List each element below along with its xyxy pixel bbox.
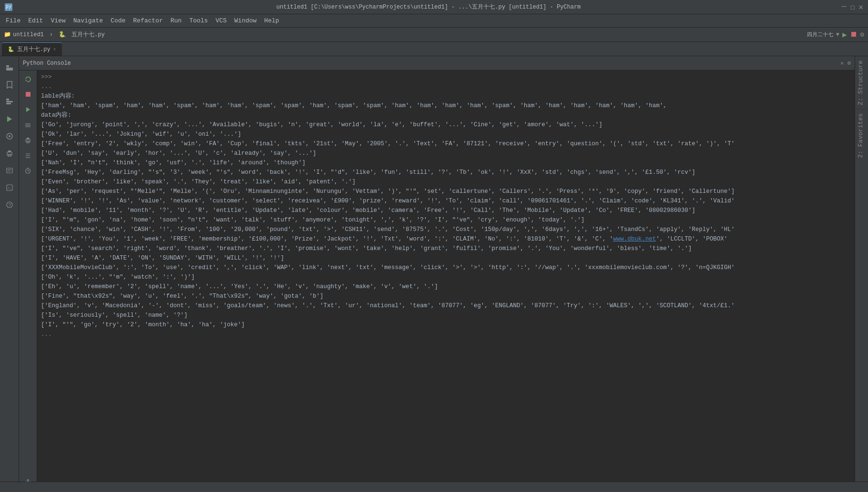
svg-point-7 — [9, 135, 10, 137]
console-line-data-0: ['Go', 'jurong', 'point', ',', 'crazy', … — [41, 120, 851, 130]
python-file-icon: 🐍 — [8, 46, 14, 52]
tab-bar: 🐍 五月十七.py ✕ — [0, 42, 868, 56]
run-config-label: 四月二十七 — [807, 31, 833, 38]
menu-file[interactable]: File — [2, 16, 24, 25]
console-line-lable-data: ['ham', 'ham', 'spam', 'ham', 'ham', 'sp… — [41, 101, 851, 110]
console-body: >>> ... lable内容: ['ham', 'ham', 'spam', … — [19, 70, 855, 492]
console-line-data-6: ['Even', 'brother', 'like', 'speak', '.'… — [41, 177, 851, 187]
sidebar-debug-icon[interactable] — [2, 129, 17, 144]
console-line-data-8: ['WINNER', '!', '!', 'As', 'value', 'net… — [41, 196, 851, 206]
svg-rect-2 — [6, 99, 9, 100]
console-line-data-4: ['Nah', 'I', "n't", 'think', 'go', 'usf'… — [41, 158, 851, 168]
project-label: untitled1 — [13, 31, 44, 38]
svg-marker-20 — [25, 80, 27, 81]
console-output[interactable]: >>> ... lable内容: ['ham', 'ham', 'spam', … — [37, 70, 855, 492]
menu-refactor[interactable]: Refactor — [129, 16, 166, 25]
menu-window[interactable]: Window — [231, 16, 261, 25]
status-bar — [0, 482, 868, 492]
sidebar-project-icon[interactable] — [2, 60, 17, 75]
console-line-data-10: ['I', "'m", 'gon', 'na', 'home', 'soon',… — [41, 215, 851, 225]
console-line-data-18: ['Fine', "that\x92s", 'way', 'u', 'feel'… — [41, 291, 851, 301]
run-dropdown-icon[interactable]: ▼ — [836, 31, 839, 38]
svg-rect-9 — [8, 151, 11, 152]
main-layout: >_ ? Python Console ✕ ⚙ — [0, 56, 868, 492]
app-icon: py — [5, 3, 12, 11]
title-bar: py untitled1 [C:\Users\wss\PycharmProjec… — [0, 0, 868, 14]
console-line-data-7: ['As', 'per', 'request', "'Melle'", 'Mel… — [41, 187, 851, 196]
console-header: Python Console ✕ ⚙ — [19, 56, 855, 70]
menu-vcs[interactable]: VCS — [212, 16, 230, 25]
window-title: untitled1 [C:\Users\wss\PycharmProjects\… — [15, 3, 842, 11]
stop-button[interactable]: ⏹ — [850, 30, 858, 39]
project-name[interactable]: 📁 untitled1 — [4, 31, 44, 38]
console-line-data-19: ['England', 'v', 'Macedonia', '-', 'dont… — [41, 301, 851, 311]
stop-console-button[interactable] — [21, 88, 35, 101]
tab-close-button[interactable]: ✕ — [53, 46, 56, 52]
timer-console-icon[interactable] — [21, 164, 35, 177]
right-tab-structure[interactable]: Z: Structure — [855, 56, 868, 109]
console-line-data-5: ['FreeMsg', 'Hey', 'darling', "'s", '3',… — [41, 168, 851, 177]
console-line-data-21: ['I', "'", 'go', 'try', '2', 'month', 'h… — [41, 320, 851, 330]
sidebar-bookmark-icon[interactable] — [2, 77, 17, 92]
sidebar-todo-icon[interactable] — [2, 163, 17, 178]
menu-help[interactable]: Help — [260, 16, 283, 25]
run-button[interactable]: ▶ — [842, 30, 847, 40]
console-line-data-15: ['XXXMobileMovieClub', ':', 'To', 'use',… — [41, 263, 851, 272]
console-line-data-9: ['Had', 'mobile', '11', 'month', '?', 'U… — [41, 206, 851, 215]
settings-console-icon[interactable] — [21, 118, 35, 131]
project-bar: 📁 untitled1 › 🐍 五月十七.py 四月二十七 ▼ ▶ ⏹ ⚙ — [0, 28, 868, 42]
console-line-data-1: ['Ok', 'lar', '...', 'Joking', 'wif', 'u… — [41, 130, 851, 139]
menu-bar: File Edit View Navigate Code Refactor Ru… — [0, 14, 868, 28]
list-console-icon[interactable] — [21, 149, 35, 162]
separator: › — [50, 31, 53, 38]
run-console-button[interactable] — [21, 103, 35, 116]
console-line-data-11: ['SIX', 'chance', 'win', 'CASH', '!', 'F… — [41, 225, 851, 234]
menu-run[interactable]: Run — [167, 16, 185, 25]
sidebar-help-icon[interactable]: ? — [2, 197, 17, 212]
console-line-data-17: ['Eh', 'u', 'remember', '2', 'spell', 'n… — [41, 282, 851, 291]
svg-rect-3 — [6, 101, 13, 102]
print-console-button[interactable] — [21, 133, 35, 147]
current-file[interactable]: 五月十七.py — [71, 30, 105, 39]
console-line-data-20: ['Is', 'seriously', 'spell', 'name', '?'… — [41, 311, 851, 320]
sidebar-python-console-icon[interactable]: >_ — [2, 180, 17, 195]
console-close-label: ✕ — [840, 60, 844, 66]
console-settings-icon[interactable]: ⚙ — [848, 60, 851, 67]
window-controls[interactable]: — ☐ ✕ — [842, 2, 863, 12]
right-tab-favorites[interactable]: 2: Favorites — [855, 109, 868, 162]
svg-text:>_: >_ — [8, 186, 12, 190]
svg-rect-1 — [6, 68, 13, 70]
svg-rect-11 — [7, 168, 12, 173]
menu-navigate[interactable]: Navigate — [70, 16, 107, 25]
console-line-label-lable: lable内容: — [41, 91, 851, 101]
console-line-label-data: data内容: — [41, 110, 851, 120]
console-line-dots: ... — [41, 330, 851, 339]
console-line-prompt1: >>> — [41, 72, 851, 82]
run-controls: 四月二十七 ▼ ▶ ⏹ ⚙ — [807, 30, 864, 40]
close-button[interactable]: ✕ — [858, 2, 863, 12]
menu-view[interactable]: View — [47, 16, 69, 25]
svg-rect-4 — [6, 103, 11, 104]
console-toolbar — [19, 70, 37, 492]
maximize-button[interactable]: ☐ — [850, 2, 855, 12]
rerun-button[interactable] — [21, 72, 35, 86]
svg-rect-0 — [6, 65, 9, 67]
tab-five-seventeen[interactable]: 🐍 五月十七.py ✕ — [2, 42, 62, 56]
settings-button[interactable]: ⚙ — [860, 30, 864, 39]
file-label: 🐍 — [59, 31, 66, 38]
sidebar-structure-icon[interactable] — [2, 94, 17, 110]
svg-marker-22 — [26, 107, 30, 112]
console-panel: Python Console ✕ ⚙ — [19, 56, 855, 492]
sidebar-print-icon[interactable] — [2, 146, 17, 161]
console-line-prompt2: ... — [41, 82, 851, 91]
minimize-button[interactable]: — — [842, 2, 847, 12]
console-title: Python Console — [23, 60, 840, 67]
svg-text:?: ? — [8, 203, 11, 208]
svg-rect-27 — [27, 138, 29, 140]
menu-tools[interactable]: Tools — [185, 16, 212, 25]
sidebar-run-icon[interactable] — [2, 111, 17, 127]
svg-rect-21 — [26, 92, 31, 97]
menu-edit[interactable]: Edit — [24, 16, 47, 25]
console-line-data-14: ['I', 'HAVE', 'A', 'DATE', 'ON', 'SUNDAY… — [41, 253, 851, 263]
menu-code[interactable]: Code — [107, 16, 129, 25]
